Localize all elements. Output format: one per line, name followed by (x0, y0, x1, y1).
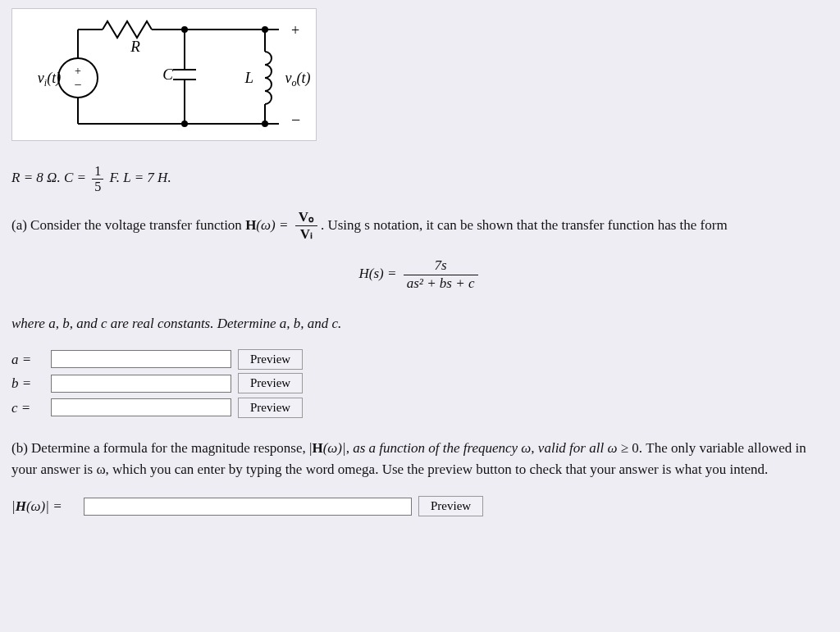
vo-label: vo(t) (285, 70, 311, 89)
answer-block: a = Preview b = Preview c = Preview (11, 349, 829, 419)
vi-label: vi(t) (38, 70, 61, 89)
svg-point-16 (182, 121, 187, 126)
a-input[interactable] (51, 350, 231, 368)
part-b-text: (b) Determine a formula for the magnitud… (11, 438, 829, 480)
svg-text:+: + (75, 65, 81, 77)
params-r-c: R = 8 Ω. C = (11, 170, 89, 185)
mag-label: |H(ω)| = (11, 496, 77, 517)
ge-symbol: ≥ (621, 440, 628, 456)
vo-vi-ratio: Vₒ Vᵢ (295, 209, 317, 243)
vo-plus: + (291, 22, 299, 39)
a-label: a = (11, 349, 44, 371)
hs-equation: H(s) = 7s as² + bs + c (11, 257, 829, 292)
part-b-1: (b) Determine a formula for the magnitud… (11, 440, 312, 456)
svg-text:−: − (74, 78, 81, 92)
part-a-intro: (a) Consider the voltage transfer functi… (11, 209, 829, 243)
hs-left: H(s) = (358, 266, 399, 281)
inductor-label: L (244, 69, 253, 86)
part-b-2: (ω)|, as a function of the frequency ω, … (323, 440, 621, 456)
H-arg: (ω) = (256, 216, 291, 232)
c-input[interactable] (51, 398, 231, 416)
H-bold: H (245, 216, 256, 232)
where-text: where a, b, and c are real constants. De… (11, 313, 829, 334)
c-label: c = (11, 398, 44, 419)
magnitude-input[interactable] (84, 498, 412, 516)
params-l: F. L = 7 H. (110, 170, 171, 185)
svg-point-14 (182, 27, 187, 32)
hs-fraction: 7s as² + bs + c (404, 257, 478, 292)
b-label: b = (11, 373, 44, 394)
b-input[interactable] (51, 375, 231, 393)
magnitude-preview-button[interactable]: Preview (418, 496, 483, 516)
circuit-svg: + − R C L vi(t) vo(t) + − (12, 9, 316, 140)
one-fifth-fraction: 1 5 (92, 164, 103, 194)
parameter-values: R = 8 Ω. C = 1 5 F. L = 7 H. (11, 164, 829, 194)
vo-minus: − (291, 111, 300, 129)
part-b-H: H (312, 440, 322, 456)
a-preview-button[interactable]: Preview (238, 349, 303, 370)
resistor-label: R (130, 38, 140, 55)
capacitor-label: C (162, 66, 173, 83)
part-a-text1: (a) Consider the voltage transfer functi… (11, 216, 245, 232)
circuit-diagram: + − R C L vi(t) vo(t) + − (11, 8, 317, 141)
part-a-text2: . Using s notation, it can be shown that… (321, 216, 728, 232)
b-preview-button[interactable]: Preview (238, 373, 303, 393)
c-preview-button[interactable]: Preview (238, 398, 303, 418)
